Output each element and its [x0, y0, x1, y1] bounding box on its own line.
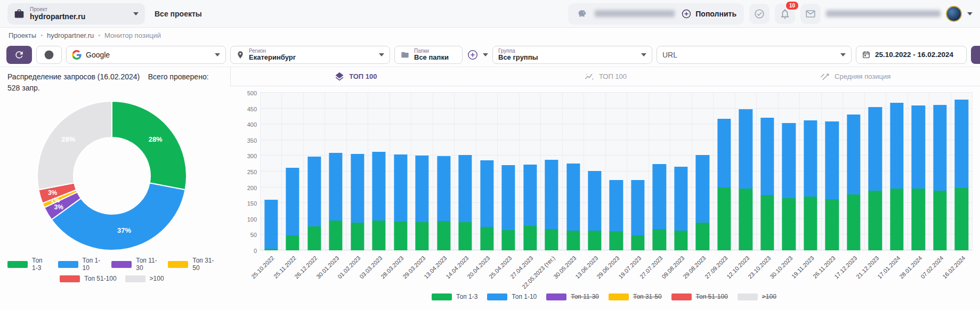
legend-swatch — [125, 275, 145, 282]
tab-top100-stacked[interactable]: ТОП 100 — [231, 67, 481, 86]
url-select[interactable]: URL — [657, 46, 852, 64]
x-axis-label: 29.03.2023 — [401, 255, 426, 280]
stacked-bar-28.01.2024[interactable] — [912, 105, 925, 250]
chevron-down-icon — [641, 53, 646, 56]
stacked-bar-14.04.2023[interactable] — [458, 155, 472, 250]
bar-slot — [692, 93, 713, 250]
stacked-bar-21.12.2023[interactable] — [869, 107, 882, 250]
x-axis-label: 13.06.2023 — [574, 255, 599, 280]
bar-slot — [951, 93, 973, 250]
stacked-bar-19.07.2023[interactable] — [631, 180, 644, 250]
stacked-bar-25.11.2022[interactable] — [286, 168, 299, 250]
avatar[interactable] — [946, 6, 962, 22]
all-projects-link[interactable]: Все проекты — [155, 10, 202, 18]
stacked-bar-09.08.2023[interactable] — [674, 167, 687, 250]
region-value: Екатеринбург — [249, 54, 375, 61]
donut-segment->100[interactable] — [37, 101, 112, 190]
refresh-button[interactable] — [6, 46, 32, 64]
history-button[interactable] — [36, 46, 62, 64]
breadcrumb-projects[interactable]: Проекты — [9, 31, 36, 39]
stacked-bar-25.10.2022[interactable] — [264, 200, 278, 250]
x-axis-label: 21.12.2023 — [855, 255, 880, 280]
chevron-down-icon — [215, 53, 220, 56]
stacked-bar-29.06.2023[interactable] — [610, 180, 623, 250]
y-axis-tick-label: 500 — [236, 90, 257, 96]
donut-legend-item[interactable]: Топ 1-10 — [58, 257, 103, 272]
bar-segment-Топ 1-3 — [674, 231, 687, 250]
bar-segment-Топ 1-10 — [696, 155, 709, 223]
tab-average-position[interactable]: Средняя позиция — [730, 67, 980, 86]
stacked-bar-26.12.2022[interactable] — [307, 157, 321, 250]
add-folder-button[interactable] — [467, 49, 479, 61]
bar-segment-Топ 1-10 — [480, 160, 493, 227]
topup-label: Пополнить — [695, 10, 736, 18]
stacked-bar-27.09.2023[interactable] — [717, 119, 731, 250]
bar-slot — [346, 93, 368, 250]
stacked-bar-22.05.2023 (тег.)[interactable] — [545, 160, 558, 250]
folders-chevron-down-icon[interactable] — [483, 53, 488, 56]
bar-slot — [929, 93, 950, 250]
x-axis-label: 13.04.2023 — [423, 255, 448, 280]
stacked-bar-30.01.2023[interactable] — [329, 153, 343, 251]
stacked-bar-13.06.2023[interactable] — [588, 171, 601, 250]
stacked-bar-27.04.2023[interactable] — [523, 165, 537, 250]
stacked-bar-03.03.2023[interactable] — [372, 152, 386, 250]
bar-slot — [281, 93, 303, 250]
tab-top100-trend[interactable]: ТОП 100 — [481, 67, 731, 86]
bar-segment-Топ 1-3 — [760, 195, 774, 250]
donut-legend-item[interactable]: Топ 51-100 — [60, 275, 116, 282]
project-selector[interactable]: Проект hydropartner.ru — [7, 3, 145, 25]
more-options-button[interactable] — [971, 46, 980, 64]
group-value: Все группы — [498, 54, 637, 61]
notifications-button[interactable]: 10 — [775, 4, 795, 24]
chevron-down-icon — [379, 53, 384, 56]
legend-label: Топ 11-30 — [136, 257, 159, 272]
stacked-bar-17.01.2024[interactable] — [890, 103, 903, 250]
folders-select[interactable]: Папки Все папки — [394, 46, 463, 64]
stacked-bar-30.10.2023[interactable] — [782, 123, 796, 250]
stacked-bar-12.10.2023[interactable] — [739, 109, 752, 250]
stacked-bar-17.12.2023[interactable] — [847, 115, 860, 250]
bar-segment-Топ 1-3 — [588, 231, 601, 250]
region-select[interactable]: Регион Екатеринбург — [230, 46, 390, 64]
donut-legend-item[interactable]: Топ 1-3 — [7, 257, 50, 272]
messages-button[interactable] — [800, 4, 821, 24]
bar-segment-Топ 1-3 — [286, 235, 299, 250]
stacked-bar-29.08.2023[interactable] — [696, 155, 709, 250]
stacked-bar-01.02.2023[interactable] — [351, 154, 364, 250]
stacked-bar-26.11.2023[interactable] — [825, 121, 839, 250]
y-axis-tick-label: 300 — [236, 153, 257, 159]
account-chevron-down-icon[interactable] — [967, 12, 973, 15]
stacked-bar-16.02.2024[interactable] — [955, 100, 968, 250]
donut-legend-item[interactable]: >100 — [125, 275, 164, 282]
donut-legend-item[interactable]: Топ 11-30 — [111, 257, 159, 272]
clock-icon — [44, 50, 54, 60]
group-select[interactable]: Группа Все группы — [492, 46, 652, 64]
stacked-bar-07.02.2024[interactable] — [933, 105, 946, 250]
legend-swatch — [111, 261, 132, 268]
stacked-bar-20.04.2023[interactable] — [480, 160, 493, 250]
stacked-bar-23.10.2023[interactable] — [760, 118, 774, 250]
breadcrumb-project[interactable]: hydropartner.ru — [47, 31, 94, 39]
bar-segment-Топ 1-3 — [523, 226, 537, 250]
stacked-bar-30.05.2023[interactable] — [566, 164, 580, 250]
x-axis-label: 20.04.2023 — [466, 255, 491, 280]
search-engine-select[interactable]: Google — [66, 46, 226, 64]
donut-segment-Топ 1-3[interactable] — [112, 101, 187, 190]
date-range-picker[interactable]: 25.10.2022 - 16.02.2024 — [856, 46, 967, 64]
stacked-bar-25.04.2023[interactable] — [501, 165, 515, 250]
x-axis-label: 07.02.2024 — [919, 255, 944, 280]
donut-legend-item[interactable]: Топ 31-50 — [168, 257, 216, 272]
bar-slot — [519, 93, 540, 250]
stacked-bar-19.11.2023[interactable] — [804, 120, 817, 250]
x-axis-label: 03.03.2023 — [358, 255, 383, 280]
stacked-bar-27.07.2023[interactable] — [653, 164, 666, 250]
stacked-bar-28.03.2023[interactable] — [394, 154, 407, 250]
tasks-button[interactable] — [749, 4, 770, 24]
map-pin-icon — [236, 50, 245, 60]
stacked-bar-29.03.2023[interactable] — [415, 156, 428, 250]
x-axis-label: 17.12.2023 — [833, 255, 858, 280]
bar-segment-Топ 1-10 — [501, 165, 515, 230]
topup-button[interactable]: Пополнить — [681, 9, 736, 19]
stacked-bar-13.04.2023[interactable] — [437, 156, 450, 250]
